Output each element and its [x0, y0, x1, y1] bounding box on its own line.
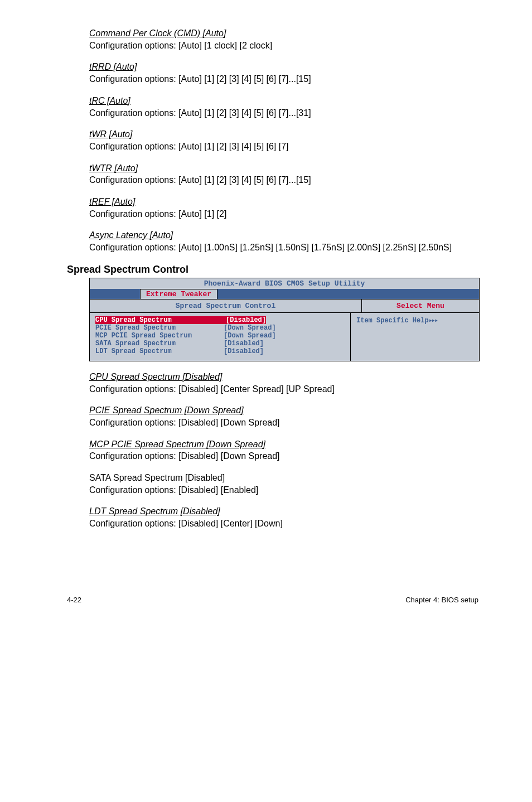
option-desc: Configuration options: [Auto] [1] [2] [3…	[89, 107, 478, 119]
bios-row-val: [Disabled]	[224, 340, 264, 347]
option-desc: Configuration options: [Disabled] [Down …	[89, 417, 478, 429]
bios-tab: Extreme Tweaker	[140, 289, 217, 299]
bios-row-key: PCIE Spread Spectrum	[95, 324, 224, 332]
footer-chapter: Chapter 4: BIOS setup	[405, 596, 478, 604]
bios-row-key: LDT Spread Spectrum	[95, 347, 224, 355]
option-title: tWTR [Auto]	[89, 163, 478, 175]
bios-row: PCIE Spread Spectrum [Down Spread]	[95, 324, 345, 332]
option-desc: Configuration options: [Auto] [1] [2] [3…	[89, 141, 478, 153]
option-desc: Configuration options: [Disabled] [Enabl…	[89, 484, 478, 496]
bios-right-panel: Item Specific Help▸▸▸	[351, 313, 479, 361]
bios-help-text: Item Specific Help	[356, 317, 429, 325]
option-desc: Configuration options: [Auto] [1] [2] [3…	[89, 174, 478, 186]
option-title: MCP PCIE Spread Spectrum [Down Spread]	[89, 439, 265, 449]
bios-row-val: [Down Spread]	[224, 332, 276, 340]
option-desc: Configuration options: [Auto] [1] [2] [3…	[89, 73, 478, 85]
option-title-plain: SATA Spread Spectrum [Disabled]	[89, 472, 478, 484]
bios-row-key: SATA Spread Spectrum	[95, 340, 224, 347]
bios-row: CPU Spread Spectrum [Disabled]	[95, 316, 345, 324]
option-title: PCIE Spread Spectrum [Down Spread]	[89, 405, 244, 415]
bios-utility-title: Phoenix-Award BIOS CMOS Setup Utility	[90, 278, 479, 289]
page-number: 4-22	[67, 596, 81, 604]
bios-row-key: MCP PCIE Spread Spectrum	[95, 332, 224, 340]
option-desc: Configuration options: [Disabled] [Cente…	[89, 518, 478, 530]
option-title: tREF [Auto]	[89, 196, 478, 208]
bios-screenshot: Phoenix-Award BIOS CMOS Setup Utility Ex…	[89, 278, 480, 361]
bios-right-header: Select Menu	[362, 299, 479, 313]
bios-row: MCP PCIE Spread Spectrum [Down Spread]	[95, 332, 345, 340]
bios-row-val: [Down Spread]	[224, 324, 276, 332]
option-title: LDT Spread Spectrum [Disabled]	[89, 506, 478, 518]
section-heading: Spread Spectrum Control	[67, 264, 478, 276]
option-desc: Configuration options: [Disabled] [Cente…	[89, 383, 478, 395]
option-desc: Configuration options: [Auto] [1 clock] …	[89, 40, 478, 52]
option-title: CPU Spread Spectrum [Disabled]	[89, 371, 478, 383]
bios-left-panel: CPU Spread Spectrum [Disabled] PCIE Spre…	[90, 313, 351, 361]
option-title: tWR [Auto]	[89, 129, 478, 141]
option-desc: Configuration options: [Auto] [1] [2]	[89, 208, 478, 220]
option-desc: Configuration options: [Auto] [1.00nS] […	[89, 241, 478, 254]
bios-row: LDT Spread Spectrum [Disabled]	[95, 347, 345, 355]
bios-left-header: Spread Spectrum Control	[90, 299, 362, 313]
bios-row-val: [Disabled]	[226, 316, 266, 324]
option-desc: Configuration options: [Disabled] [Down …	[89, 450, 478, 462]
bios-tab-row: Extreme Tweaker	[90, 289, 479, 299]
bios-row-val: [Disabled]	[224, 347, 264, 355]
option-title: tRRD [Auto]	[89, 61, 478, 73]
option-title: Async Latency [Auto]	[89, 230, 478, 241]
option-title: Command Per Clock (CMD) [Auto]	[89, 28, 478, 40]
option-title: tRC [Auto]	[89, 95, 478, 107]
right-arrows-icon: ▸▸▸	[429, 317, 438, 325]
bios-row: SATA Spread Spectrum [Disabled]	[95, 340, 345, 347]
bios-row-key: CPU Spread Spectrum	[95, 316, 226, 324]
